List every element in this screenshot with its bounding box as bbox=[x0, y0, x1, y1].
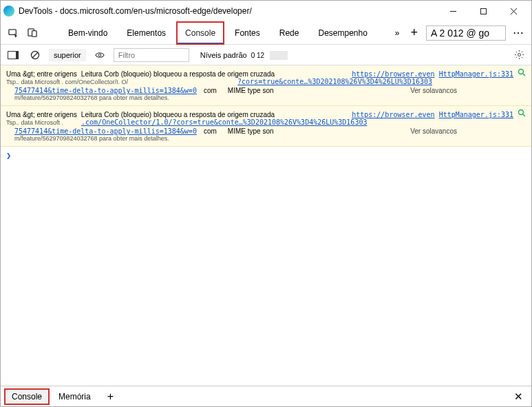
svg-point-9 bbox=[98, 54, 101, 56]
message-text: Leitura Corb (bloqueio) bloqueou a respo… bbox=[81, 70, 348, 78]
message-mime: MIME type son bbox=[228, 87, 274, 94]
tab-network[interactable]: Rede bbox=[271, 22, 308, 44]
svg-rect-6 bbox=[32, 31, 36, 36]
tab-sources[interactable]: Fontes bbox=[226, 22, 268, 44]
drawer: Console Memória + ✕ bbox=[1, 386, 531, 406]
message-link[interactable]: 75477414&time-delta-to-apply-millis=1384… bbox=[14, 87, 197, 94]
message-mime: MIME type son bbox=[228, 127, 274, 135]
svg-line-14 bbox=[523, 114, 525, 116]
message-more: m/feature/5629709824032768 para obter ma… bbox=[6, 135, 526, 142]
message-link[interactable]: ?cors=true&conte…%3D202108%26V%3D4%26LU%… bbox=[237, 78, 432, 85]
context-selector[interactable]: superior bbox=[49, 49, 86, 61]
message-link[interactable]: .com/OneCollector/1.0/?cors=true&conte…%… bbox=[81, 118, 367, 126]
main-tabs: Bem-vindo Elementos Console Fontes Rede … bbox=[1, 21, 531, 45]
maximize-button[interactable] bbox=[468, 1, 498, 21]
tab-console[interactable]: Console bbox=[177, 22, 224, 44]
device-toggle-icon[interactable] bbox=[24, 25, 41, 41]
titlebar: DevTools - docs.microsoft.com/en-us/micr… bbox=[1, 1, 531, 21]
devtools-menu-button[interactable]: ⋯ bbox=[510, 26, 527, 39]
message-bumps-link[interactable]: Ver solavancos bbox=[410, 127, 526, 135]
console-messages: Uma &gt; entre origens Leitura Corb (blo… bbox=[1, 65, 531, 147]
tab-elements[interactable]: Elementos bbox=[118, 22, 174, 44]
clear-console-icon[interactable] bbox=[27, 47, 43, 63]
drawer-tab-memory[interactable]: Memória bbox=[52, 389, 98, 404]
message-bumps-link[interactable]: Ver solavancos bbox=[410, 87, 526, 94]
console-toolbar: superior Níveis padrão0 12.. bbox=[1, 45, 531, 65]
console-prompt[interactable]: ❯ bbox=[1, 147, 531, 165]
message-link[interactable]: https://browser.even bbox=[352, 70, 434, 78]
drawer-add-tab-button[interactable]: + bbox=[100, 388, 120, 406]
drawer-close-button[interactable]: ✕ bbox=[510, 390, 527, 403]
message-more: m/feature/5629709824032768 para obter ma… bbox=[6, 94, 526, 101]
message-source-link[interactable]: HttpManager.js:331 bbox=[439, 70, 513, 78]
inspect-element-icon[interactable] bbox=[5, 25, 21, 41]
message-source-link[interactable]: HttpManager.js:331 bbox=[439, 111, 513, 118]
message-subtext: Tsp.. data Microsoft . com/OneCollector/… bbox=[6, 79, 128, 85]
message-label: Uma &gt; entre origens bbox=[6, 111, 77, 118]
close-button[interactable] bbox=[498, 1, 529, 21]
console-settings-icon[interactable] bbox=[511, 47, 527, 63]
svg-point-13 bbox=[519, 110, 524, 115]
drawer-tab-console[interactable]: Console bbox=[5, 389, 49, 404]
more-tabs-button[interactable]: » bbox=[392, 28, 403, 38]
message-label: Uma &gt; entre origens bbox=[6, 70, 77, 78]
minimize-button[interactable] bbox=[438, 1, 468, 21]
edge-icon bbox=[3, 6, 14, 17]
log-levels-selector[interactable]: Níveis padrão0 12.. bbox=[200, 51, 288, 59]
svg-rect-4 bbox=[8, 30, 15, 35]
log-levels-label: Níveis padrão bbox=[200, 51, 247, 59]
tab-performance[interactable]: Desempenho bbox=[310, 22, 375, 44]
magnifier-icon[interactable] bbox=[518, 109, 526, 117]
magnifier-icon[interactable] bbox=[518, 68, 526, 76]
svg-point-10 bbox=[518, 53, 520, 56]
svg-rect-1 bbox=[480, 8, 486, 14]
add-tab-button[interactable]: + bbox=[406, 25, 422, 40]
window-title: DevTools - docs.microsoft.com/en-us/micr… bbox=[19, 6, 438, 16]
svg-line-8 bbox=[32, 52, 38, 58]
live-expression-icon[interactable] bbox=[92, 47, 108, 63]
sidebar-toggle-icon[interactable] bbox=[5, 47, 21, 63]
message-subtext: Tsp.. data Microsoft . bbox=[6, 119, 63, 126]
filter-input[interactable] bbox=[114, 48, 189, 62]
console-message[interactable]: Uma &gt; entre origens Leitura Corb (blo… bbox=[1, 65, 531, 106]
console-message[interactable]: Uma &gt; entre origens Leitura Corb (blo… bbox=[1, 106, 531, 147]
hidden-count: 0 12 bbox=[248, 51, 267, 60]
svg-line-12 bbox=[523, 74, 525, 76]
message-com: com bbox=[204, 127, 217, 135]
command-input[interactable]: A 2 012 @ go bbox=[426, 25, 506, 41]
tab-welcome[interactable]: Bem-vindo bbox=[60, 22, 116, 44]
message-link[interactable]: https://browser.even bbox=[352, 111, 434, 118]
message-text: Leitura Corb (bloqueio) bloqueou a respo… bbox=[81, 111, 348, 118]
svg-point-11 bbox=[519, 70, 524, 74]
message-link[interactable]: 75477414&time-delta-to-apply-millis=1384… bbox=[14, 127, 197, 135]
message-com: com bbox=[204, 87, 217, 94]
